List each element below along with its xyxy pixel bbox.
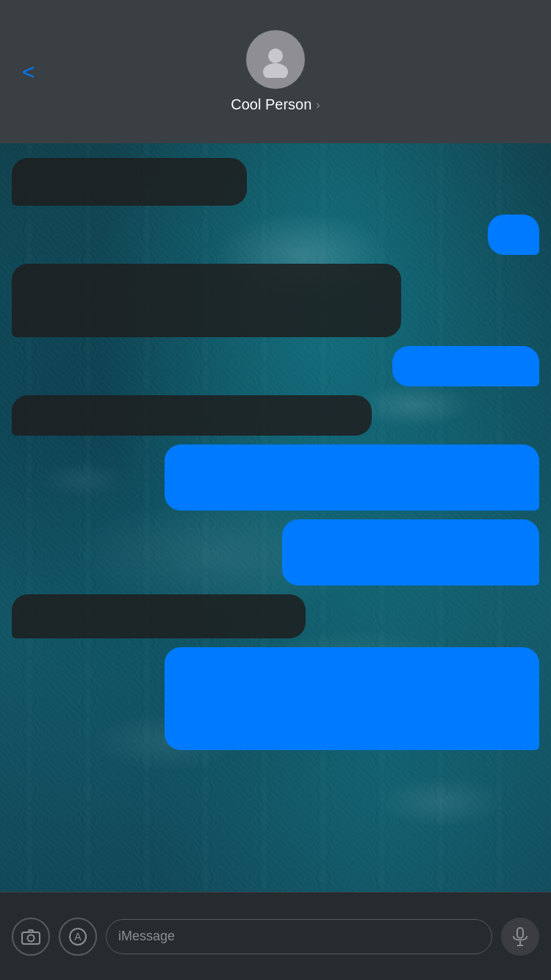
svg-point-0: [268, 48, 283, 63]
contact-name-row[interactable]: Cool Person ›: [231, 96, 320, 113]
header: < Cool Person ›: [0, 0, 551, 143]
message-bubble[interactable]: [282, 519, 539, 586]
contact-name: Cool Person: [231, 96, 311, 113]
contact-chevron-icon: ›: [316, 98, 320, 112]
appstore-button[interactable]: A: [59, 918, 97, 956]
message-bubble[interactable]: [488, 215, 539, 255]
svg-point-3: [28, 934, 35, 941]
message-bubble[interactable]: [165, 444, 539, 511]
audio-button[interactable]: [501, 918, 539, 956]
svg-point-1: [263, 63, 288, 78]
input-bar: A iMessage: [0, 892, 551, 980]
message-bubble[interactable]: [165, 647, 539, 750]
message-bubble[interactable]: [12, 594, 306, 638]
message-bubble[interactable]: [12, 158, 247, 206]
svg-text:A: A: [74, 931, 82, 943]
message-input-placeholder: iMessage: [118, 929, 175, 944]
messages-area: [0, 143, 551, 892]
back-button[interactable]: <: [15, 52, 43, 92]
svg-rect-6: [517, 928, 523, 938]
avatar-icon: [246, 30, 305, 89]
avatar[interactable]: [246, 30, 305, 89]
back-icon: <: [22, 60, 35, 84]
message-bubble[interactable]: [12, 264, 401, 337]
message-bubble[interactable]: [392, 346, 539, 386]
message-input-container[interactable]: iMessage: [106, 919, 492, 954]
svg-rect-2: [22, 932, 40, 944]
camera-button[interactable]: [12, 918, 50, 956]
message-bubble[interactable]: [12, 395, 372, 436]
